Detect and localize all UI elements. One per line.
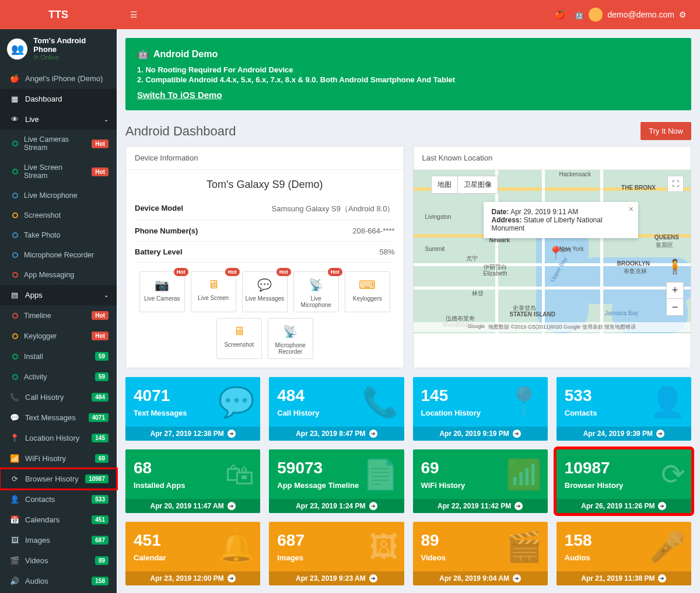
quick-action-card[interactable]: 📡Microphone Recorder	[268, 318, 313, 359]
device-info-panel: Device Information Tom's Galaxy S9 (Demo…	[125, 146, 404, 368]
stat-card[interactable]: 145Location History📍Apr 20, 2019 9:19 PM…	[413, 377, 548, 441]
user-menu[interactable]: demo@demo.com	[589, 8, 674, 22]
quick-icon: 📷	[142, 278, 182, 292]
stat-footer[interactable]: Apr 23, 2019 8:47 PM➔	[269, 427, 404, 441]
arrow-right-icon: ➔	[228, 430, 236, 438]
badge: 69	[95, 454, 108, 463]
sidebar-live-item[interactable]: Live Microphone	[0, 186, 117, 205]
sidebar-icon: 🔊	[10, 577, 19, 585]
stat-icon: 🖼	[369, 530, 398, 564]
apple-icon: 🍎	[10, 74, 19, 83]
top-header: TTS ☰ 🍎 🤖 demo@demo.com ⚙	[0, 0, 700, 29]
stat-icon: 📶	[506, 458, 542, 491]
stat-card[interactable]: 68Installed Apps🛍Apr 20, 2019 11:47 AM➔	[125, 449, 260, 513]
settings-icon[interactable]: ⚙	[679, 10, 687, 19]
sidebar-live-item[interactable]: Live Screen StreamHot	[0, 158, 117, 186]
sidebar-live-item[interactable]: App Messaging	[0, 265, 117, 285]
quick-action-card[interactable]: 🖥Screenshot	[216, 318, 262, 359]
sidebar-icon: 📍	[10, 434, 19, 442]
stat-card[interactable]: 59073App Message Timeline📄Apr 23, 2019 1…	[269, 449, 404, 513]
sidebar-item[interactable]: 💬Text Messages4071	[0, 407, 117, 428]
sidebar-apps-item[interactable]: Install59	[0, 346, 117, 367]
stat-footer[interactable]: Apr 22, 2019 11:42 PM➔	[413, 499, 548, 513]
badge: Hot	[92, 139, 108, 148]
stat-footer[interactable]: Apr 26, 2019 11:26 PM➔	[556, 499, 691, 513]
sidebar-apps-item[interactable]: Activity59	[0, 367, 117, 387]
sidebar-dashboard[interactable]: ▦ Dashboard	[0, 89, 117, 109]
stat-card[interactable]: 451Calendar🔔Apr 23, 2019 12:00 PM➔	[125, 522, 260, 585]
try-now-button[interactable]: Try It Now	[640, 122, 691, 140]
sidebar-live-item[interactable]: Microphone Recorder	[0, 245, 117, 265]
sidebar-item[interactable]: 🔊Audios158	[0, 571, 117, 591]
sidebar-profile[interactable]: 👥 Tom's Android Phone ⟳ Online	[0, 29, 117, 68]
circle-icon	[12, 232, 18, 238]
badge: Hot	[92, 332, 108, 340]
stat-footer[interactable]: Apr 23, 2019 9:23 AM➔	[269, 571, 404, 585]
stat-card[interactable]: 4071Text Messages💬Apr 27, 2019 12:38 PM➔	[125, 377, 260, 441]
quick-action-card[interactable]: Hot🖥Live Screen	[191, 271, 236, 312]
sidebar-item[interactable]: 🖼Images687	[0, 530, 117, 550]
chevron-down-icon: ⌄	[104, 116, 108, 123]
brand-logo[interactable]: TTS	[0, 9, 117, 21]
pegman-icon[interactable]: 🧍	[666, 259, 684, 275]
badge: 59	[95, 372, 108, 381]
fullscreen-icon[interactable]: ⛶	[667, 176, 684, 192]
stat-footer[interactable]: Apr 23, 2019 1:24 PM➔	[269, 499, 404, 513]
sidebar-item[interactable]: 📍Location History145	[0, 428, 117, 448]
sidebar-item[interactable]: 📞Call Hisotry484	[0, 387, 117, 407]
sidebar-apps-item[interactable]: KeyloggerHot	[0, 326, 117, 346]
sidebar-apps-toggle[interactable]: ▤ Apps ⌄	[0, 285, 117, 305]
zoom-out-button[interactable]: −	[667, 299, 683, 315]
stat-footer[interactable]: Apr 23, 2019 12:00 PM➔	[125, 571, 260, 585]
arrow-right-icon: ➔	[513, 430, 521, 438]
stat-footer[interactable]: Apr 21, 2019 11:38 PM➔	[556, 571, 691, 585]
sidebar-item[interactable]: ⟳Browser Hisotry10987	[0, 469, 117, 489]
stat-footer[interactable]: Apr 27, 2019 12:38 PM➔	[125, 427, 260, 441]
user-email: demo@demo.com	[607, 10, 674, 19]
sidebar-live-item[interactable]: Live Cameras StreamHot	[0, 130, 117, 158]
sidebar-device-iphone[interactable]: 🍎 Angel's iPhone (Demo)	[0, 68, 117, 89]
stat-footer[interactable]: Apr 24, 2019 9:39 PM➔	[556, 427, 691, 441]
sidebar-live-toggle[interactable]: 👁 Live ⌄	[0, 109, 117, 130]
quick-action-card[interactable]: ⌨Keyloggers	[345, 271, 390, 312]
sidebar-item[interactable]: 📶WiFi Hisotry69	[0, 448, 117, 469]
stat-footer[interactable]: Apr 20, 2019 11:47 AM➔	[125, 499, 260, 513]
quick-action-card[interactable]: Hot📡Live Microphone	[293, 271, 339, 312]
apple-icon[interactable]: 🍎	[555, 10, 565, 19]
arrow-right-icon: ➔	[228, 502, 236, 510]
stat-card[interactable]: 687Images🖼Apr 23, 2019 9:23 AM➔	[269, 522, 404, 585]
stat-card[interactable]: 69WiFi History📶Apr 22, 2019 11:42 PM➔	[413, 449, 548, 513]
sidebar-apps-item[interactable]: TimelineHot	[0, 305, 117, 326]
stat-card[interactable]: 158Audios🎤Apr 21, 2019 11:38 PM➔	[556, 522, 691, 585]
quick-icon: 🖥	[219, 325, 259, 338]
quick-action-card[interactable]: Hot💬Live Messages	[242, 271, 288, 312]
hot-badge: Hot	[174, 268, 188, 276]
stat-card[interactable]: 89Videos🎬Apr 26, 2019 9:04 AM➔	[413, 522, 548, 585]
map-canvas[interactable]: Hackensack THE BRONX Livingston Newark 纽…	[414, 170, 691, 333]
circle-icon	[12, 169, 18, 175]
sidebar-item[interactable]: 👤Contacts533	[0, 489, 117, 510]
quick-action-card[interactable]: Hot📷Live Cameras	[139, 271, 185, 312]
stat-footer[interactable]: Apr 26, 2019 9:04 AM➔	[413, 571, 548, 585]
sidebar-live-item[interactable]: Screenshot	[0, 205, 117, 225]
switch-demo-link[interactable]: Switch To iOS Demo	[137, 90, 222, 100]
stat-card[interactable]: 484Call History📞Apr 23, 2019 8:47 PM➔	[269, 377, 404, 441]
menu-toggle-icon[interactable]: ☰	[130, 10, 138, 19]
close-icon[interactable]: ×	[629, 204, 634, 214]
stat-icon: 🛍	[225, 458, 254, 491]
circle-icon	[12, 272, 18, 278]
stat-card[interactable]: 533Contacts👤Apr 24, 2019 9:39 PM➔	[556, 377, 691, 441]
sidebar-item[interactable]: 📅Calendars451	[0, 510, 117, 530]
hot-badge: Hot	[225, 268, 240, 276]
stat-card[interactable]: 10987Browser History⟳Apr 26, 2019 11:26 …	[556, 449, 691, 513]
stat-footer[interactable]: Apr 20, 2019 9:19 PM➔	[413, 427, 548, 441]
android-icon[interactable]: 🤖	[574, 10, 584, 19]
badge: Hot	[92, 168, 108, 176]
apps-icon: ▤	[10, 291, 19, 299]
circle-icon	[12, 193, 18, 198]
sidebar-live-item[interactable]: Take Photo	[0, 225, 117, 245]
map-type-toggle[interactable]: 地图 卫星图像	[431, 176, 498, 194]
sidebar-item[interactable]: 🎬Videos89	[0, 550, 117, 571]
zoom-in-button[interactable]: +	[667, 282, 683, 299]
sidebar-icon: 📶	[10, 454, 19, 463]
